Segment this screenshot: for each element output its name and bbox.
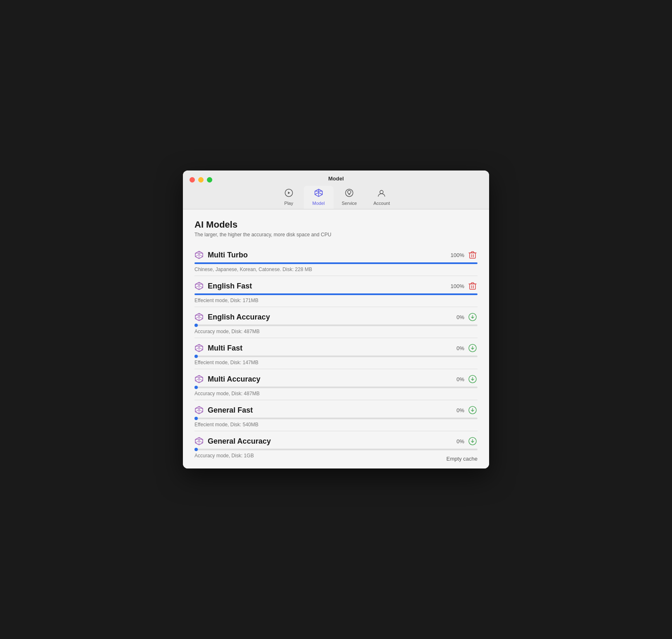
model-desc: Effecient mode, Disk: 147MB <box>194 360 478 365</box>
model-percent: 0% <box>456 438 464 444</box>
model-cube-icon <box>194 281 204 291</box>
tab-account-label: Account <box>373 201 390 206</box>
model-header: Multi Turbo 100% <box>194 250 478 260</box>
window-title: Model <box>328 175 344 182</box>
close-button[interactable] <box>190 177 195 183</box>
model-desc: Accuracy mode, Disk: 487MB <box>194 391 478 396</box>
progress-bar <box>194 449 478 450</box>
model-cube-icon <box>194 406 204 415</box>
model-header: Multi Fast 0% <box>194 343 478 353</box>
model-percent: 0% <box>456 376 464 382</box>
tab-account[interactable]: Account <box>365 186 398 209</box>
account-icon <box>377 188 386 199</box>
section-subtitle: The larger, the higher the accuracy, mor… <box>194 232 478 238</box>
model-percent: 0% <box>456 345 464 351</box>
model-item: Multi Fast 0% Effecient mode, Disk: 147M… <box>194 338 478 369</box>
progress-bar <box>194 387 478 388</box>
download-button[interactable] <box>468 312 478 322</box>
tab-model[interactable]: Model <box>304 186 334 209</box>
minimize-button[interactable] <box>198 177 204 183</box>
app-window: Model Play <box>183 171 489 468</box>
model-percent: 100% <box>451 252 464 258</box>
tab-model-label: Model <box>312 201 325 206</box>
svg-rect-4 <box>470 253 475 258</box>
tab-play-label: Play <box>284 201 293 206</box>
progress-bar <box>194 262 478 264</box>
model-name: General Fast <box>208 406 456 415</box>
download-button[interactable] <box>468 374 478 384</box>
empty-cache-button[interactable]: Empty cache <box>446 456 478 462</box>
titlebar: Model Play <box>183 171 489 209</box>
model-cube-icon <box>194 375 204 384</box>
section-title: AI Models <box>194 219 478 230</box>
model-header: General Fast 0% <box>194 405 478 415</box>
download-button[interactable] <box>468 343 478 353</box>
model-header: Multi Accuracy 0% <box>194 374 478 384</box>
svg-point-3 <box>380 190 383 194</box>
toolbar: Play Model <box>274 186 398 209</box>
model-percent: 0% <box>456 314 464 320</box>
traffic-lights <box>190 177 212 183</box>
models-list: Multi Turbo 100% Chinese, Japanese, Kore… <box>194 245 478 462</box>
model-item: General Accuracy 0% Accuracy mode, Disk:… <box>194 431 478 462</box>
progress-bar <box>194 293 478 295</box>
svg-rect-5 <box>470 284 475 289</box>
progress-bar <box>194 418 478 419</box>
delete-button[interactable] <box>468 281 478 291</box>
model-desc: Chinese, Japanese, Korean, Catonese. Dis… <box>194 267 478 272</box>
delete-button[interactable] <box>468 250 478 260</box>
model-name: English Fast <box>208 282 451 291</box>
model-percent: 0% <box>456 407 464 413</box>
model-desc: Effecient mode, Disk: 171MB <box>194 298 478 303</box>
model-item: General Fast 0% Effecient mode, Disk: 54… <box>194 400 478 431</box>
model-header: General Accuracy 0% <box>194 436 478 446</box>
content-area: AI Models The larger, the higher the acc… <box>183 209 489 468</box>
model-cube-icon <box>194 312 204 322</box>
progress-bar <box>194 356 478 357</box>
model-item: English Fast 100% Effecient mode, Disk: … <box>194 276 478 307</box>
model-cube-icon <box>194 344 204 353</box>
service-icon <box>345 188 354 199</box>
model-item: English Accuracy 0% Accuracy mode, Disk:… <box>194 307 478 338</box>
model-percent: 100% <box>451 283 464 289</box>
download-button[interactable] <box>468 405 478 415</box>
model-item: Multi Accuracy 0% Accuracy mode, Disk: 4… <box>194 369 478 400</box>
model-header: English Accuracy 0% <box>194 312 478 322</box>
maximize-button[interactable] <box>207 177 212 183</box>
model-header: English Fast 100% <box>194 281 478 291</box>
model-name: Multi Accuracy <box>208 375 456 384</box>
model-name: Multi Fast <box>208 344 456 353</box>
model-name: Multi Turbo <box>208 251 451 259</box>
model-item: Multi Turbo 100% Chinese, Japanese, Kore… <box>194 245 478 276</box>
model-desc: Accuracy mode, Disk: 1GB <box>194 453 478 459</box>
tab-service[interactable]: Service <box>334 186 365 209</box>
model-name: English Accuracy <box>208 313 456 322</box>
model-desc: Accuracy mode, Disk: 487MB <box>194 329 478 334</box>
model-desc: Effecient mode, Disk: 540MB <box>194 422 478 428</box>
model-icon <box>314 188 323 199</box>
model-cube-icon <box>194 250 204 259</box>
progress-bar <box>194 324 478 326</box>
play-icon <box>284 188 293 199</box>
tab-play[interactable]: Play <box>274 186 304 209</box>
model-cube-icon <box>194 437 204 446</box>
tab-service-label: Service <box>342 201 357 206</box>
model-name: General Accuracy <box>208 437 456 446</box>
download-button[interactable] <box>468 436 478 446</box>
